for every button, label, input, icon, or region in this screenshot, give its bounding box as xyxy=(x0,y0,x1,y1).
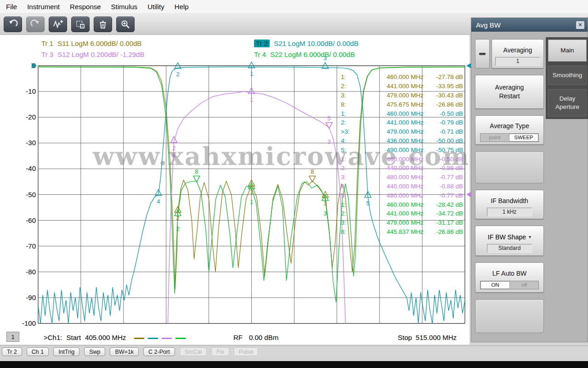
trace2-swatch xyxy=(148,338,158,339)
trace3-legend[interactable]: Tr 3 S12 LogM 0.200dB/ -1.29dB xyxy=(41,51,144,58)
trace1-format: S11 LogM 6.000dB/ 0.00dB xyxy=(57,40,141,47)
tab-smoothing[interactable]: Smoothing xyxy=(548,66,587,85)
status-active-trace[interactable]: Tr 2 xyxy=(2,347,22,356)
channel-tab[interactable]: 1 xyxy=(6,332,19,342)
trace2-id: Tr 2 xyxy=(254,40,270,47)
sweep-info: >Ch1: Start 405.000 MHz RF 0.00 dBm Stop… xyxy=(0,334,469,345)
y-axis-label: -60 xyxy=(17,216,36,224)
if-bandwidth-button[interactable]: IF Bandwidth 1 kHz xyxy=(475,190,544,219)
panel-title: Avg BW xyxy=(476,21,501,29)
svg-text:3: 3 xyxy=(328,138,331,145)
add-trace-button[interactable] xyxy=(49,17,67,32)
y-axis-label: -70 xyxy=(17,242,36,250)
marker-readout-row: 1:460.000 MHz-0.50 dB xyxy=(341,109,463,118)
plot-area: Tr 1 S11 LogM 6.000dB/ 0.00dB Tr 2 S21 L… xyxy=(0,35,469,345)
status-active-channel[interactable]: Ch 1 xyxy=(27,347,49,356)
averaging-value: 1 xyxy=(495,57,540,66)
status-calibration[interactable]: C 2-Port xyxy=(143,347,175,356)
marker-readout-row: 3:480.000 MHz-0.77 dB xyxy=(341,173,463,182)
svg-text:3: 3 xyxy=(323,55,327,62)
trace-color-keys xyxy=(134,338,186,339)
bottom-bar xyxy=(0,361,588,368)
lf-auto-bw-button[interactable]: LF Auto BW ON off xyxy=(475,262,544,293)
marker-readout-row: 2:441.000 MHz-33.95 dB xyxy=(341,82,463,91)
trace2-legend[interactable]: Tr 2 S21 LogM 10.00dB/ 0.00dB xyxy=(254,40,358,47)
tab-main[interactable]: Main xyxy=(548,40,587,62)
close-button[interactable]: ✕ xyxy=(576,21,585,29)
averaging-restart-label: Averaging Restart xyxy=(486,83,532,101)
menu-item-file[interactable]: File xyxy=(1,1,22,12)
average-type-switch: point SWEEP xyxy=(480,133,539,142)
svg-text:8: 8 xyxy=(311,168,314,175)
trace3-format: S12 LogM 0.200dB/ -1.29dB xyxy=(57,51,144,58)
zoom-in-icon xyxy=(120,19,130,29)
trace1-legend[interactable]: Tr 1 S11 LogM 6.000dB/ 0.00dB xyxy=(41,40,141,47)
menu-bar: File Instrument Response Stimulus Utilit… xyxy=(0,0,588,14)
redo-button[interactable] xyxy=(26,17,45,32)
svg-text:8: 8 xyxy=(195,168,198,175)
blank-button-1 xyxy=(475,151,544,183)
status-trigger[interactable]: IntTrig xyxy=(53,347,79,356)
marker-readout-row: 5:490.000 MHz-50.75 dB xyxy=(341,145,463,154)
average-type-point[interactable]: point xyxy=(481,134,509,142)
averaging-button[interactable]: Averaging 1 xyxy=(492,39,544,68)
panel-header: Avg BW ✕ xyxy=(471,18,588,32)
trace3-swatch xyxy=(162,338,172,339)
averaging-toggle[interactable] xyxy=(475,39,490,68)
status-bandwidth[interactable]: BW=1k xyxy=(110,347,139,356)
trace1-id: Tr 1 xyxy=(41,40,53,47)
marker-readout-row: 1:460.000 MHz-28.42 dB xyxy=(341,200,463,209)
y-axis-label: -50 xyxy=(17,191,36,198)
panel-buttons: Averaging 1 Averaging Restart Average Ty… xyxy=(475,39,544,340)
menu-item-stimulus[interactable]: Stimulus xyxy=(106,1,143,12)
average-type-sweep[interactable]: SWEEP xyxy=(509,134,538,142)
delete-button[interactable] xyxy=(94,17,112,32)
capture-button[interactable] xyxy=(71,17,90,32)
marker-readout-row: 3:479.000 MHz-31.17 dB xyxy=(341,218,463,227)
average-type-button[interactable]: Average Type point SWEEP xyxy=(475,115,544,145)
if-bandwidth-value: 1 kHz xyxy=(487,208,532,216)
rf-label: RF xyxy=(233,334,243,341)
y-axis-label: -40 xyxy=(17,164,36,172)
add-trace-icon xyxy=(53,19,63,29)
lf-auto-bw-off[interactable]: off xyxy=(510,281,538,289)
y-axis-label: -30 xyxy=(17,139,36,147)
averaging-restart-button[interactable]: Averaging Restart xyxy=(475,75,544,109)
trace4-legend[interactable]: Tr 4 S22 LogM 6.000dB/ 0.00dB xyxy=(254,51,355,58)
tab-delay-aperture[interactable]: Delay Aperture xyxy=(548,89,587,117)
avg-bw-panel: Avg BW ✕ Averaging 1 Averaging Restart A… xyxy=(471,17,588,342)
lf-auto-bw-switch: ON off xyxy=(480,281,539,289)
start-label: Start xyxy=(66,334,81,341)
lf-auto-bw-label: LF Auto BW xyxy=(475,270,543,277)
status-bar: Tr 2 Ch 1 IntTrig Swp BW=1k C 2-Port Src… xyxy=(0,345,588,357)
trace2-format: S21 LogM 10.00dB/ 0.00dB xyxy=(274,40,358,47)
marker-readout-row: 2:441.000 MHz-0.79 dB xyxy=(341,118,463,127)
averaging-label: Averaging xyxy=(492,46,543,54)
menu-item-help[interactable]: Help xyxy=(170,1,194,12)
menu-item-instrument[interactable]: Instrument xyxy=(22,1,65,12)
marker-readout-row: 2:441.000 MHz-34.72 dB xyxy=(341,209,463,218)
lf-auto-bw-on[interactable]: ON xyxy=(481,281,510,289)
marker-readouts: 1:460.000 MHz-27.78 dB2:441.000 MHz-33.9… xyxy=(341,73,463,236)
marker-readout-row: 1:460.000 MHz-0.50 dB xyxy=(341,154,463,164)
zoom-button[interactable] xyxy=(116,17,135,32)
marker-readout-row: 5:480.000 MHz-0.77 dB xyxy=(341,191,463,200)
svg-text:2: 2 xyxy=(176,71,179,78)
marker-readout-row: 3:479.000 MHz-30.43 dB xyxy=(341,91,463,100)
if-bw-shape-button[interactable]: IF BW Shape ▾ Standard xyxy=(475,226,544,256)
blank-button-2 xyxy=(475,299,544,333)
panel-tabs: Main Smoothing Delay Aperture xyxy=(546,37,588,119)
y-axis-label: -90 xyxy=(17,294,36,301)
y-axis-label: -80 xyxy=(17,268,36,276)
menu-item-utility[interactable]: Utility xyxy=(142,1,170,12)
undo-button[interactable] xyxy=(4,17,22,32)
status-sweep[interactable]: Swp xyxy=(84,347,105,356)
marker-readout-row: 4:440.000 MHz-0.88 dB xyxy=(341,182,463,191)
menu-item-response[interactable]: Response xyxy=(65,1,106,12)
stop-label: Stop xyxy=(398,334,412,341)
svg-text:2: 2 xyxy=(172,145,175,152)
capture-icon xyxy=(75,19,85,29)
redo-icon xyxy=(30,19,40,29)
svg-text:3: 3 xyxy=(323,210,327,217)
rf-value: 0.00 dBm xyxy=(249,334,278,341)
